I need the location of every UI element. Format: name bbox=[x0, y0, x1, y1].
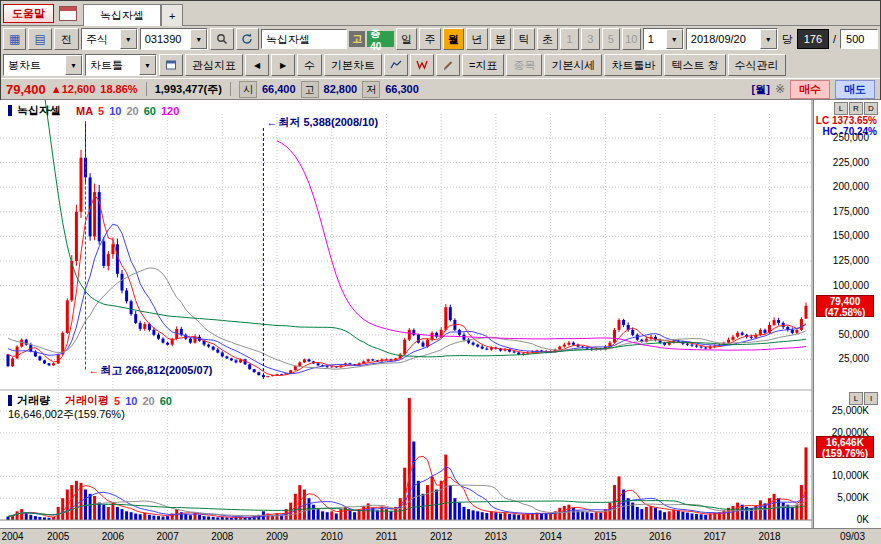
layout-split-button[interactable]: ▤ bbox=[28, 28, 51, 50]
year-label: 2012 bbox=[427, 531, 455, 542]
pane-button-r[interactable]: R bbox=[849, 102, 863, 115]
period-button-second[interactable]: 초 bbox=[537, 28, 559, 50]
period-button-month[interactable]: 월 bbox=[443, 28, 465, 50]
volume-axis-label: 0K bbox=[857, 514, 869, 525]
save-frame-button[interactable] bbox=[159, 54, 183, 76]
stock-code-select[interactable]: 031390▼ bbox=[140, 28, 208, 50]
current-price-marker: 79,400 (47.58%) bbox=[816, 295, 874, 317]
divider bbox=[146, 82, 147, 96]
window-icon[interactable] bbox=[59, 6, 77, 21]
tab-bar: 도움말 녹십자셀 + bbox=[0, 0, 881, 26]
svg-text:최저 5,388(2008/10): 최저 5,388(2008/10) bbox=[278, 116, 378, 128]
pane-button-i[interactable]: I bbox=[864, 392, 878, 405]
settings-icon[interactable]: ※ bbox=[775, 82, 785, 96]
price-pane-buttons: L R D bbox=[834, 102, 878, 115]
pencil-icon bbox=[442, 59, 454, 71]
high-label: 고 bbox=[301, 81, 319, 98]
tick-count-button-5[interactable]: 5 bbox=[602, 28, 621, 50]
tick-count-button-1[interactable]: 1 bbox=[560, 28, 579, 50]
volume-axis-label: 20,000K bbox=[832, 427, 869, 438]
interval-select[interactable]: 1▼ bbox=[643, 28, 684, 50]
chart-type-select[interactable]: 봉차트▼ bbox=[3, 54, 83, 76]
volume-current-value: 16,646,002주(159.76%) bbox=[8, 407, 125, 422]
chart-frame-select[interactable]: 차트틀▼ bbox=[85, 54, 157, 76]
text-window-button[interactable]: 텍스트 창 bbox=[664, 54, 725, 76]
dropdown-arrow-icon: ▼ bbox=[139, 55, 156, 75]
low-value: 66,300 bbox=[385, 83, 419, 95]
tick-count-button-10[interactable]: 10 bbox=[622, 28, 641, 50]
pane-button-d[interactable]: D bbox=[864, 102, 878, 115]
chart-toolbar-button[interactable]: 차트툴바 bbox=[604, 54, 662, 76]
volume-pane-buttons: L I bbox=[849, 392, 878, 405]
chart-area: ←최고 266,812(2005/07)←최저 5,388(2008/10) 녹… bbox=[0, 100, 881, 544]
basic-chart-button[interactable]: 기본차트 bbox=[324, 54, 382, 76]
volume-axis-label: 5,000K bbox=[837, 492, 869, 503]
high-value: 82,800 bbox=[324, 83, 358, 95]
help-button[interactable]: 도움말 bbox=[3, 4, 54, 23]
period-button-week[interactable]: 주 bbox=[419, 28, 441, 50]
prev-button[interactable]: ◀ bbox=[245, 54, 269, 76]
dropdown-arrow-icon: ▼ bbox=[65, 55, 82, 75]
date-select[interactable]: 2018/09/20▼ bbox=[686, 28, 778, 50]
next-button[interactable]: ▶ bbox=[271, 54, 295, 76]
pane-button-l[interactable]: L bbox=[849, 392, 863, 405]
slash-label: / bbox=[831, 33, 838, 45]
sell-button[interactable]: 매도 bbox=[835, 80, 875, 99]
indicator-button[interactable]: =지표 bbox=[462, 54, 504, 76]
vol-ma-window-5: 5 bbox=[114, 395, 120, 407]
year-label: 2004 bbox=[0, 531, 27, 542]
marker-pct: (159.76%) bbox=[817, 448, 873, 459]
chart-plot-area[interactable]: ←최고 266,812(2005/07)←최저 5,388(2008/10) bbox=[0, 100, 813, 528]
tick-count-button-3[interactable]: 3 bbox=[581, 28, 600, 50]
jeon-button[interactable]: 전 bbox=[54, 28, 79, 50]
low-label: 저 bbox=[362, 81, 380, 98]
period-button-tick[interactable]: 틱 bbox=[513, 28, 535, 50]
vol-ma-window-10: 10 bbox=[125, 395, 137, 407]
add-tab-button[interactable]: + bbox=[161, 4, 183, 26]
pane-button-l[interactable]: L bbox=[834, 102, 848, 115]
svg-text:←: ← bbox=[89, 364, 100, 376]
ma-window-10: 10 bbox=[109, 105, 121, 117]
price-change: ▲12,600 bbox=[51, 83, 96, 95]
layout-grid-button[interactable]: ▦ bbox=[3, 28, 26, 50]
draw-button[interactable] bbox=[436, 54, 460, 76]
stock-tab[interactable]: 녹십자셀 bbox=[83, 4, 161, 26]
series-name: 녹십자셀 bbox=[17, 103, 61, 118]
interest-indicator-button[interactable]: 관심지표 bbox=[185, 54, 243, 76]
interval-value: 1 bbox=[648, 33, 654, 45]
price-axis-label: 250,000 bbox=[833, 132, 869, 143]
formula-manager-button[interactable]: 수식관리 bbox=[728, 54, 786, 76]
asset-type-select[interactable]: 주식▼ bbox=[81, 28, 138, 50]
search-button[interactable] bbox=[210, 28, 233, 50]
line-style-button[interactable] bbox=[384, 54, 408, 76]
divider bbox=[230, 82, 231, 96]
buy-button[interactable]: 매수 bbox=[790, 80, 830, 99]
open-label: 시 bbox=[239, 81, 257, 98]
w-pattern-button[interactable] bbox=[410, 54, 434, 76]
price-axis-label: 25,000 bbox=[838, 353, 869, 364]
stock-button[interactable]: 종목 bbox=[506, 54, 542, 76]
stock-tab-label: 녹십자셀 bbox=[100, 8, 144, 23]
x-axis: 09/03 2004200520062007200820092010201120… bbox=[0, 528, 881, 544]
ma-window-5: 5 bbox=[98, 105, 104, 117]
period-button-minute[interactable]: 분 bbox=[490, 28, 512, 50]
period-button-day[interactable]: 일 bbox=[396, 28, 418, 50]
price-axis-label: 200,000 bbox=[833, 181, 869, 192]
basic-price-button[interactable]: 기본시세 bbox=[544, 54, 602, 76]
year-label: 2014 bbox=[537, 531, 565, 542]
date-value: 2018/09/20 bbox=[691, 33, 746, 45]
year-label: 2017 bbox=[701, 531, 729, 542]
su-button[interactable]: 수 bbox=[297, 54, 322, 76]
margin-badge: 증40 bbox=[367, 31, 394, 47]
dropdown-arrow-icon: ▼ bbox=[190, 29, 207, 49]
chart-frame-value: 차트틀 bbox=[90, 58, 123, 73]
price-info-bar: 79,400 ▲12,600 18.86% 1,993,477(주) 시 66,… bbox=[0, 78, 881, 100]
bar-total-input[interactable]: 500 bbox=[840, 29, 878, 49]
refresh-button[interactable] bbox=[236, 28, 259, 50]
toolbar-main: ▦ ▤ 전 주식▼ 031390▼ 녹십자셀 고 증40 일 주 월 년 분 틱… bbox=[0, 26, 881, 52]
right-arrow-icon: ▶ bbox=[280, 61, 286, 70]
dropdown-arrow-icon: ▼ bbox=[666, 29, 683, 49]
refresh-icon bbox=[241, 33, 253, 45]
current-volume-marker: 16,646K (159.76%) bbox=[816, 436, 874, 458]
period-button-year[interactable]: 년 bbox=[466, 28, 488, 50]
